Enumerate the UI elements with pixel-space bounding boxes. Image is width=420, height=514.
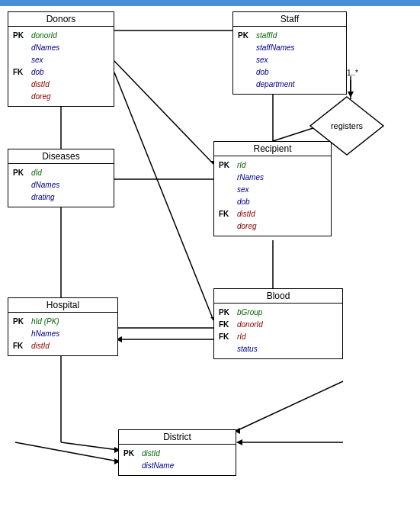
donors-field-dob: dob [31,66,59,79]
staff-field-sex: sex [256,54,295,66]
donors-field-dnames: dNames [31,42,59,54]
staff-field-staffnames: staffNames [256,42,295,54]
registers-label: registers [331,121,363,130]
hospital-field-hnames: hNames [31,328,59,340]
recipient-fk-label: FK [219,208,234,220]
donors-field-donorid: donorId [31,30,59,42]
recipient-field-dob: dob [237,196,264,208]
blood-field-status: status [237,343,263,355]
hospital-title: Hospital [8,298,117,313]
recipient-field-distid: distId [237,208,264,220]
blood-fk1-label: FK [219,319,234,331]
district-field-distname: distName [142,460,174,472]
staff-field-staffid: staffId [256,30,295,42]
recipient-pk-label: PK [219,159,234,172]
district-entity: District PK distId distName [118,429,236,476]
diseases-field-drating: drating [31,191,59,204]
blood-field-rid: rId [237,331,263,343]
diseases-entity: Diseases PK dId dNames drating [8,149,114,207]
staff-title: Staff [233,12,346,27]
diagram-container: Donors PK FK donorId dNames sex dob dist… [0,0,420,514]
diseases-field-dnames: dNames [31,179,59,191]
diseases-field-did: dId [31,167,59,179]
blood-title: Blood [214,289,342,304]
svg-line-5 [114,61,213,164]
recipient-field-rnames: rNames [237,172,264,184]
donors-entity: Donors PK FK donorId dNames sex dob dist… [8,11,114,107]
top-bar [0,0,420,6]
blood-fk2-label: FK [219,331,234,343]
donors-fk-label: FK [13,66,28,79]
donors-field-sex: sex [31,54,59,66]
recipient-field-doreg: doreg [237,220,264,233]
svg-marker-26 [236,439,242,445]
blood-field-bgroup: bGroup [237,307,263,319]
recipient-field-rid: rId [237,159,264,172]
registers-diamond: registers [309,95,385,156]
svg-line-7 [114,72,213,320]
blood-field-donorid: donorId [237,319,263,331]
donors-title: Donors [8,12,114,27]
staff-entity: Staff PK staffId staffNames sex dob depa… [232,11,347,95]
svg-line-18 [61,442,118,450]
blood-entity: Blood PK FK FK bGroup donorId rId status [213,288,343,359]
donors-field-doreg: doreg [31,91,59,103]
donors-pk-label: PK [13,30,28,42]
staff-field-department: department [256,79,295,91]
district-pk-label: PK [123,448,139,460]
district-title: District [119,430,236,445]
staff-pk-label: PK [238,30,253,42]
hospital-field-hid: hId (PK) [31,316,59,328]
staff-field-dob: dob [256,66,295,79]
recipient-field-sex: sex [237,184,264,196]
hospital-entity: Hospital PK FK hId (PK) hNames distId [8,297,118,356]
blood-pk-label: PK [219,307,234,319]
hospital-fk-label: FK [13,340,28,352]
svg-line-22 [236,381,343,431]
district-field-distid: distId [142,448,174,460]
hospital-pk-label: PK [13,316,28,328]
diseases-title: Diseases [8,149,114,164]
hospital-field-distid: distId [31,340,59,352]
donors-field-distid: distId [31,79,59,91]
svg-line-20 [15,442,118,461]
diseases-pk-label: PK [13,167,28,179]
